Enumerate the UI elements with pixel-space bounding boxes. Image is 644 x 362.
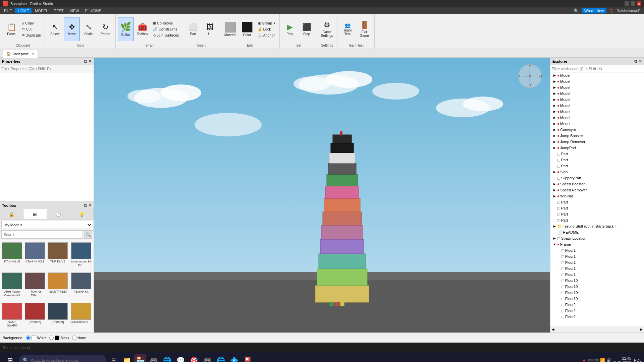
tree-item-36[interactable]: ◻ Floor10 [550, 290, 644, 296]
menu-test[interactable]: TEST [51, 8, 66, 13]
tree-arrow-28[interactable]: ▼ [552, 243, 556, 246]
editor-button[interactable]: 🌿 Editor [118, 17, 134, 41]
toolbox-item-4[interactable]: JToH Tower Creation Kit [1, 272, 23, 301]
group-button[interactable]: ▣ Group ▼ [256, 20, 278, 26]
toolbox-item-9[interactable]: [Content] [24, 302, 46, 331]
properties-filter[interactable] [0, 65, 94, 72]
toolbox-tab-create[interactable]: 💡 [70, 209, 94, 219]
tree-arrow-11[interactable]: ▶ [552, 140, 556, 143]
explorer-filter-input[interactable] [552, 66, 643, 72]
tree-item-35[interactable]: ◻ Floor10 [550, 284, 644, 290]
tree-item-15[interactable]: ◻ Part [550, 163, 644, 169]
tab-close-icon[interactable]: ✕ [32, 52, 34, 56]
tree-arrow-2[interactable]: ▶ [552, 86, 556, 89]
toolbox-item-2[interactable]: TNP Kit V3 [47, 242, 68, 270]
menu-plugins[interactable]: PLUGINS [83, 8, 104, 13]
tree-item-31[interactable]: ◻ Floor1 [550, 259, 644, 265]
toolbox-search-input[interactable] [1, 231, 83, 239]
command-input[interactable] [3, 346, 641, 350]
toolbox-item-5[interactable]: -_[Owner Title... [24, 272, 46, 301]
toolbox-item-0[interactable]: KToH Kit v5 [1, 242, 23, 270]
menu-home[interactable]: HOME [15, 8, 32, 13]
part-button[interactable]: ⬜ Part [185, 17, 201, 41]
taskbar-steam[interactable]: 🎯 [188, 354, 200, 362]
toolbox-tab-grid[interactable]: ⊞ [23, 209, 47, 219]
close-button[interactable]: ✕ [637, 1, 641, 6]
tree-arrow-25[interactable]: ▶ [552, 225, 556, 228]
whats-new-button[interactable]: What's New [582, 8, 606, 13]
tab-baseplate[interactable]: 🏠 Baseplate ✕ [3, 50, 38, 58]
toolbox-item-10[interactable]: [Content] [47, 302, 68, 331]
taskbar-store[interactable]: 🏪 [134, 354, 146, 362]
tree-item-10[interactable]: ▶ ● Jump Booster [550, 133, 644, 139]
collisions-button[interactable]: ⊞ Collisions [151, 20, 181, 26]
tree-item-11[interactable]: ▶ ● Jump Remover [550, 139, 644, 145]
group-dropdown[interactable]: ▼ [273, 22, 276, 25]
tree-item-21[interactable]: ◻ Part [550, 199, 644, 205]
taskbar-misc1[interactable]: 💠 [228, 354, 240, 362]
taskbar-taskview[interactable]: ⊟ [107, 354, 119, 362]
tree-arrow-4[interactable]: ▶ [552, 98, 556, 101]
tree-arrow-5[interactable]: ▶ [552, 104, 556, 107]
viewport[interactable]: Y -Y X -X [94, 58, 550, 333]
bg-black-radio[interactable] [49, 336, 54, 340]
tree-arrow-19[interactable]: ▶ [552, 188, 556, 192]
bg-none-option[interactable]: None [72, 336, 86, 340]
tree-item-28[interactable]: ▼ ● Frame [550, 241, 644, 247]
paste-button[interactable]: 📋 Paste [3, 17, 19, 41]
tree-arrow-16[interactable]: ▶ [552, 170, 556, 174]
toolbox-item-7[interactable]: FEMAP Kit [70, 272, 92, 301]
tree-item-2[interactable]: ▶ ● Model [550, 84, 644, 90]
bg-white-option[interactable]: White [26, 336, 47, 340]
taskbar-discord[interactable]: 💬 [174, 354, 186, 362]
toolbox-tab-recent[interactable]: 🕐 [47, 209, 70, 219]
taskbar-browser1[interactable]: 🌐 [161, 354, 173, 362]
taskbar-epic[interactable]: 🎮 [201, 354, 213, 362]
taskbar-misc2[interactable]: 🎴 [241, 354, 254, 362]
rotate-button[interactable]: ↻ Rotate [97, 17, 113, 41]
tree-item-22[interactable]: ◻ Part [550, 205, 644, 211]
toolbox-category-dropdown[interactable]: My Models My Decals Free Models [1, 221, 92, 229]
tree-item-16[interactable]: ▶ ● Sign [550, 169, 644, 175]
tree-arrow-27[interactable]: ▶ [552, 237, 556, 240]
material-button[interactable]: Material [222, 17, 238, 41]
toolbox-close-button[interactable]: ✕ [88, 203, 92, 208]
select-button[interactable]: ↖ Select [47, 17, 63, 41]
tree-item-38[interactable]: ◻ Floor2 [550, 302, 644, 308]
properties-filter-input[interactable] [1, 66, 92, 72]
ui-button[interactable]: 🖼 UI [202, 17, 218, 41]
team-test-button[interactable]: 👥 Team Test [339, 17, 356, 41]
duplicate-button[interactable]: ⧉ Duplicate [20, 32, 43, 38]
exit-game-button[interactable]: 🚪 Exit Game [356, 17, 372, 41]
tree-arrow-0[interactable]: ▶ [552, 74, 556, 77]
menu-file[interactable]: FILE [1, 8, 14, 13]
tree-item-4[interactable]: ▶ ● Model [550, 97, 644, 103]
start-button[interactable]: ⊞ [3, 353, 17, 362]
toolbox-popout-button[interactable]: ⧉ [84, 203, 87, 208]
tree-item-19[interactable]: ▶ ● Speed Remover [550, 187, 644, 193]
tree-item-37[interactable]: ◻ Floor10 [550, 296, 644, 302]
scale-button[interactable]: ⤡ Scale [80, 17, 97, 41]
bg-black-option[interactable]: Black [49, 336, 69, 340]
tree-item-5[interactable]: ▶ ● Model [550, 103, 644, 109]
tree-item-20[interactable]: ▶ ● WinPad [550, 193, 644, 199]
tree-item-9[interactable]: ▶ ● Conveyor [550, 127, 644, 133]
tree-item-17[interactable]: ◻ SlipperyPart [550, 175, 644, 181]
color-button[interactable]: Color [239, 17, 255, 41]
tree-arrow-9[interactable]: ▶ [552, 128, 556, 131]
tree-arrow-3[interactable]: ▶ [552, 92, 556, 95]
tree-arrow-6[interactable]: ▶ [552, 110, 556, 113]
taskbar-roblox[interactable]: 🎮 [148, 354, 160, 362]
tree-arrow-1[interactable]: ▶ [552, 80, 556, 83]
tree-arrow-7[interactable]: ▶ [552, 116, 556, 119]
tree-arrow-20[interactable]: ▶ [552, 194, 556, 198]
scroll-left-btn[interactable]: ◀ [552, 327, 554, 331]
tree-item-33[interactable]: ◻ Floor1 [550, 272, 644, 278]
tree-item-12[interactable]: ▶ ● JumpPad [550, 145, 644, 151]
menu-model[interactable]: MODEL [32, 8, 51, 13]
explorer-popout-button[interactable]: ⧉ [634, 59, 637, 64]
move-button[interactable]: ✥ Move [64, 17, 80, 41]
toolbox-ribbon-button[interactable]: 🧰 Toolbox [135, 17, 151, 41]
tree-arrow-18[interactable]: ▶ [552, 182, 556, 186]
tree-arrow-8[interactable]: ▶ [552, 122, 556, 125]
